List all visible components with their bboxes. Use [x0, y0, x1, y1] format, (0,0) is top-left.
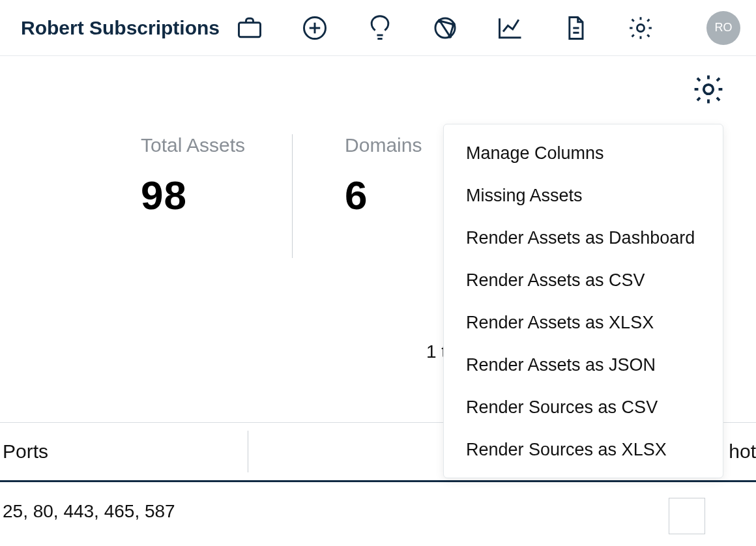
cell-ports: 25, 80, 443, 465, 587	[3, 501, 175, 522]
column-divider	[248, 431, 248, 472]
menu-item-sources-xlsx[interactable]: Render Sources as XLSX	[444, 429, 723, 471]
svg-point-6	[637, 24, 645, 31]
nav-icons	[235, 14, 675, 42]
document-icon[interactable]	[561, 14, 590, 42]
add-icon[interactable]	[300, 14, 329, 42]
lightbulb-icon[interactable]	[366, 14, 394, 42]
brand-title: Robert Subscriptions	[21, 17, 220, 39]
page-settings-button[interactable]	[691, 72, 726, 107]
svg-point-7	[704, 85, 713, 94]
menu-item-manage-columns[interactable]: Manage Columns	[444, 132, 723, 175]
briefcase-icon[interactable]	[235, 14, 264, 42]
stat-value: 6	[345, 172, 422, 218]
topbar: Robert Subscriptions	[0, 0, 756, 56]
menu-item-render-json[interactable]: Render Assets as JSON	[444, 344, 723, 386]
gear-icon[interactable]	[626, 14, 655, 42]
stat-value: 98	[141, 172, 245, 218]
stat-divider	[292, 134, 293, 258]
menu-item-render-xlsx[interactable]: Render Assets as XLSX	[444, 302, 723, 344]
stat-domains: Domains 6	[345, 134, 422, 218]
avatar[interactable]: RO	[706, 11, 740, 45]
menu-item-render-csv[interactable]: Render Assets as CSV	[444, 259, 723, 302]
menu-item-sources-csv[interactable]: Render Sources as CSV	[444, 386, 723, 429]
row-checkbox[interactable]	[669, 498, 705, 534]
table-row[interactable]: 25, 80, 443, 465, 587	[0, 482, 756, 541]
avatar-initials: RO	[715, 21, 733, 35]
stat-label: Domains	[345, 134, 422, 156]
menu-item-render-dashboard[interactable]: Render Assets as Dashboard	[444, 217, 723, 259]
network-icon[interactable]	[431, 14, 459, 42]
chart-icon[interactable]	[496, 14, 525, 42]
menu-item-missing-assets[interactable]: Missing Assets	[444, 175, 723, 217]
svg-rect-0	[239, 22, 261, 36]
settings-menu: Manage Columns Missing Assets Render Ass…	[443, 124, 723, 478]
column-header-ports[interactable]: Ports	[0, 440, 248, 463]
stat-label: Total Assets	[141, 134, 245, 156]
column-header-right-partial[interactable]: hot	[726, 440, 756, 463]
stat-total-assets: Total Assets 98	[141, 134, 245, 218]
